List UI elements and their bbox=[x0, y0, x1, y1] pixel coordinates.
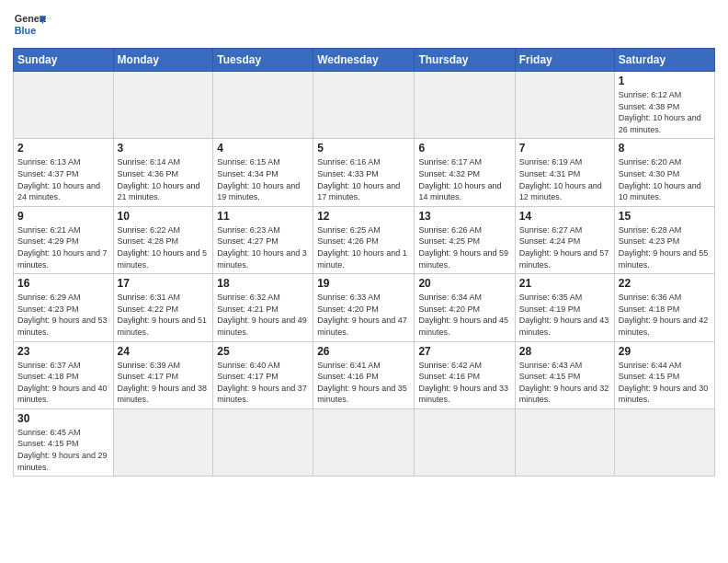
day-cell bbox=[515, 408, 614, 476]
day-cell: 23Sunrise: 6:37 AM Sunset: 4:18 PM Dayli… bbox=[14, 341, 114, 408]
day-cell: 25Sunrise: 6:40 AM Sunset: 4:17 PM Dayli… bbox=[213, 341, 313, 408]
day-info: Sunrise: 6:44 AM Sunset: 4:15 PM Dayligh… bbox=[619, 360, 711, 406]
day-cell: 30Sunrise: 6:45 AM Sunset: 4:15 PM Dayli… bbox=[14, 408, 114, 476]
day-cell: 13Sunrise: 6:26 AM Sunset: 4:25 PM Dayli… bbox=[415, 206, 515, 273]
day-number: 23 bbox=[17, 345, 109, 358]
day-info: Sunrise: 6:20 AM Sunset: 4:30 PM Dayligh… bbox=[619, 156, 711, 202]
day-cell: 18Sunrise: 6:32 AM Sunset: 4:21 PM Dayli… bbox=[213, 274, 313, 341]
day-number: 28 bbox=[519, 345, 610, 358]
day-cell: 28Sunrise: 6:43 AM Sunset: 4:15 PM Dayli… bbox=[515, 341, 614, 408]
day-number: 19 bbox=[317, 277, 410, 290]
day-number: 21 bbox=[519, 277, 610, 290]
day-cell bbox=[113, 72, 213, 139]
day-cell: 17Sunrise: 6:31 AM Sunset: 4:22 PM Dayli… bbox=[113, 274, 213, 341]
calendar-table: SundayMondayTuesdayWednesdayThursdayFrid… bbox=[13, 48, 715, 477]
day-cell bbox=[415, 408, 515, 476]
week-row-1: 2Sunrise: 6:13 AM Sunset: 4:37 PM Daylig… bbox=[14, 139, 715, 206]
day-info: Sunrise: 6:19 AM Sunset: 4:31 PM Dayligh… bbox=[519, 156, 610, 202]
col-header-saturday: Saturday bbox=[614, 49, 714, 72]
day-cell: 2Sunrise: 6:13 AM Sunset: 4:37 PM Daylig… bbox=[14, 139, 114, 206]
day-cell: 14Sunrise: 6:27 AM Sunset: 4:24 PM Dayli… bbox=[515, 206, 614, 273]
day-info: Sunrise: 6:29 AM Sunset: 4:23 PM Dayligh… bbox=[17, 292, 109, 338]
day-number: 8 bbox=[619, 142, 711, 155]
day-info: Sunrise: 6:13 AM Sunset: 4:37 PM Dayligh… bbox=[17, 156, 109, 202]
day-cell: 29Sunrise: 6:44 AM Sunset: 4:15 PM Dayli… bbox=[614, 341, 714, 408]
week-row-5: 30Sunrise: 6:45 AM Sunset: 4:15 PM Dayli… bbox=[14, 408, 715, 476]
day-number: 18 bbox=[217, 277, 309, 290]
week-row-3: 16Sunrise: 6:29 AM Sunset: 4:23 PM Dayli… bbox=[14, 274, 715, 341]
logo-area: General Blue bbox=[13, 9, 46, 42]
logo-icon: General Blue bbox=[13, 9, 46, 42]
week-row-4: 23Sunrise: 6:37 AM Sunset: 4:18 PM Dayli… bbox=[14, 341, 715, 408]
day-info: Sunrise: 6:42 AM Sunset: 4:16 PM Dayligh… bbox=[418, 360, 510, 406]
day-info: Sunrise: 6:39 AM Sunset: 4:17 PM Dayligh… bbox=[118, 360, 210, 406]
day-number: 2 bbox=[17, 142, 109, 155]
day-cell bbox=[313, 408, 415, 476]
day-info: Sunrise: 6:16 AM Sunset: 4:33 PM Dayligh… bbox=[317, 156, 410, 202]
day-number: 6 bbox=[418, 142, 510, 155]
week-row-2: 9Sunrise: 6:21 AM Sunset: 4:29 PM Daylig… bbox=[14, 206, 715, 273]
day-cell: 19Sunrise: 6:33 AM Sunset: 4:20 PM Dayli… bbox=[313, 274, 415, 341]
day-info: Sunrise: 6:21 AM Sunset: 4:29 PM Dayligh… bbox=[17, 224, 109, 270]
col-header-sunday: Sunday bbox=[14, 49, 114, 72]
day-info: Sunrise: 6:33 AM Sunset: 4:20 PM Dayligh… bbox=[317, 292, 410, 338]
day-number: 24 bbox=[118, 345, 210, 358]
day-cell bbox=[213, 72, 313, 139]
day-info: Sunrise: 6:43 AM Sunset: 4:15 PM Dayligh… bbox=[519, 360, 610, 406]
day-info: Sunrise: 6:36 AM Sunset: 4:18 PM Dayligh… bbox=[619, 292, 711, 338]
day-info: Sunrise: 6:14 AM Sunset: 4:36 PM Dayligh… bbox=[118, 156, 210, 202]
day-cell: 20Sunrise: 6:34 AM Sunset: 4:20 PM Dayli… bbox=[415, 274, 515, 341]
day-cell bbox=[14, 72, 114, 139]
day-number: 26 bbox=[317, 345, 410, 358]
col-header-monday: Monday bbox=[113, 49, 213, 72]
day-number: 9 bbox=[17, 210, 109, 223]
day-cell: 21Sunrise: 6:35 AM Sunset: 4:19 PM Dayli… bbox=[515, 274, 614, 341]
day-cell bbox=[113, 408, 213, 476]
day-number: 3 bbox=[118, 142, 210, 155]
day-cell bbox=[614, 408, 714, 476]
day-info: Sunrise: 6:26 AM Sunset: 4:25 PM Dayligh… bbox=[418, 224, 510, 270]
day-number: 11 bbox=[217, 210, 309, 223]
day-number: 13 bbox=[418, 210, 510, 223]
day-number: 5 bbox=[317, 142, 410, 155]
col-header-friday: Friday bbox=[515, 49, 614, 72]
day-cell: 6Sunrise: 6:17 AM Sunset: 4:32 PM Daylig… bbox=[415, 139, 515, 206]
day-cell: 16Sunrise: 6:29 AM Sunset: 4:23 PM Dayli… bbox=[14, 274, 114, 341]
day-info: Sunrise: 6:45 AM Sunset: 4:15 PM Dayligh… bbox=[17, 427, 109, 473]
day-info: Sunrise: 6:17 AM Sunset: 4:32 PM Dayligh… bbox=[418, 156, 510, 202]
day-cell: 1Sunrise: 6:12 AM Sunset: 4:38 PM Daylig… bbox=[614, 72, 714, 139]
day-number: 12 bbox=[317, 210, 410, 223]
day-cell: 5Sunrise: 6:16 AM Sunset: 4:33 PM Daylig… bbox=[313, 139, 415, 206]
day-number: 1 bbox=[619, 75, 711, 87]
day-info: Sunrise: 6:23 AM Sunset: 4:27 PM Dayligh… bbox=[217, 224, 309, 270]
svg-text:Blue: Blue bbox=[15, 25, 36, 36]
day-cell: 3Sunrise: 6:14 AM Sunset: 4:36 PM Daylig… bbox=[113, 139, 213, 206]
day-number: 22 bbox=[619, 277, 711, 290]
day-info: Sunrise: 6:32 AM Sunset: 4:21 PM Dayligh… bbox=[217, 292, 309, 338]
day-cell: 27Sunrise: 6:42 AM Sunset: 4:16 PM Dayli… bbox=[415, 341, 515, 408]
day-cell bbox=[213, 408, 313, 476]
day-cell: 22Sunrise: 6:36 AM Sunset: 4:18 PM Dayli… bbox=[614, 274, 714, 341]
day-info: Sunrise: 6:41 AM Sunset: 4:16 PM Dayligh… bbox=[317, 360, 410, 406]
day-cell: 15Sunrise: 6:28 AM Sunset: 4:23 PM Dayli… bbox=[614, 206, 714, 273]
day-info: Sunrise: 6:35 AM Sunset: 4:19 PM Dayligh… bbox=[519, 292, 610, 338]
day-cell bbox=[313, 72, 415, 139]
day-info: Sunrise: 6:12 AM Sunset: 4:38 PM Dayligh… bbox=[619, 89, 711, 135]
day-cell: 9Sunrise: 6:21 AM Sunset: 4:29 PM Daylig… bbox=[14, 206, 114, 273]
week-row-0: 1Sunrise: 6:12 AM Sunset: 4:38 PM Daylig… bbox=[14, 72, 715, 139]
day-number: 25 bbox=[217, 345, 309, 358]
day-info: Sunrise: 6:40 AM Sunset: 4:17 PM Dayligh… bbox=[217, 360, 309, 406]
day-cell: 24Sunrise: 6:39 AM Sunset: 4:17 PM Dayli… bbox=[113, 341, 213, 408]
day-number: 10 bbox=[118, 210, 210, 223]
day-number: 30 bbox=[17, 412, 109, 425]
day-info: Sunrise: 6:22 AM Sunset: 4:28 PM Dayligh… bbox=[118, 224, 210, 270]
header-row: SundayMondayTuesdayWednesdayThursdayFrid… bbox=[14, 49, 715, 72]
day-number: 4 bbox=[217, 142, 309, 155]
day-cell: 7Sunrise: 6:19 AM Sunset: 4:31 PM Daylig… bbox=[515, 139, 614, 206]
day-info: Sunrise: 6:37 AM Sunset: 4:18 PM Dayligh… bbox=[17, 360, 109, 406]
day-number: 17 bbox=[118, 277, 210, 290]
day-info: Sunrise: 6:15 AM Sunset: 4:34 PM Dayligh… bbox=[217, 156, 309, 202]
day-cell: 10Sunrise: 6:22 AM Sunset: 4:28 PM Dayli… bbox=[113, 206, 213, 273]
day-number: 15 bbox=[619, 210, 711, 223]
day-number: 16 bbox=[17, 277, 109, 290]
